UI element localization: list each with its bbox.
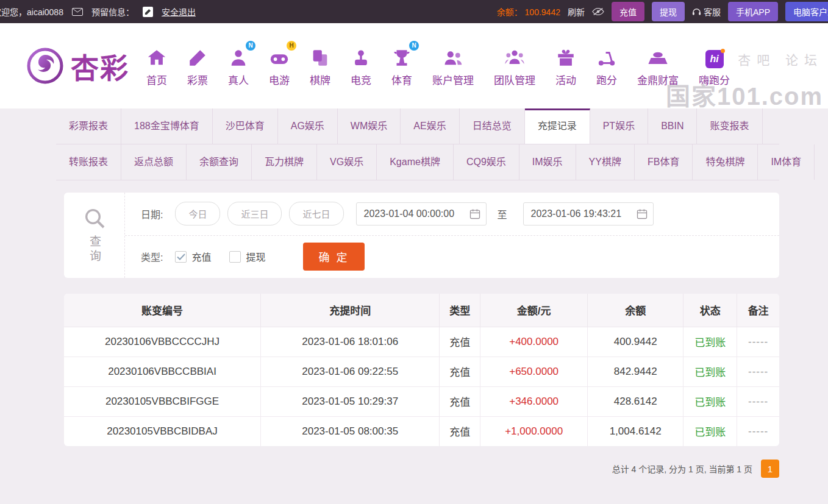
tab[interactable]: 特兔棋牌: [693, 144, 758, 180]
nav-item-paofen[interactable]: 跑分: [596, 45, 617, 87]
tab[interactable]: VG娱乐: [317, 144, 377, 180]
quick-today-button[interactable]: 今日: [175, 202, 220, 225]
col-header-remark: 备注: [737, 294, 779, 327]
cell-type: 充值: [440, 386, 480, 416]
tab[interactable]: AE娱乐: [401, 108, 459, 144]
cell-balance: 1,004.6142: [588, 416, 683, 446]
withdraw-button[interactable]: 提现: [652, 2, 685, 21]
topbar-right: 余额： 100.9442 刷新 充值 提现 客服 手机APP 电脑客户端: [497, 2, 828, 21]
tab[interactable]: CQ9娱乐: [454, 144, 519, 180]
tab[interactable]: 彩票报表: [56, 108, 121, 144]
tab[interactable]: 账变报表: [697, 108, 762, 144]
recharge-button[interactable]: 充值: [612, 2, 644, 21]
cell-id: 20230105VBBCBIDBAJ: [64, 416, 261, 446]
nav-item-cards[interactable]: 棋牌: [310, 45, 330, 87]
cell-id: 20230105VBBCBIFGGE: [64, 386, 261, 416]
headset-icon: [692, 7, 701, 16]
tab[interactable]: 188金宝博体育: [121, 108, 213, 144]
logo-icon: [26, 46, 65, 85]
refresh-link[interactable]: 刷新: [568, 5, 585, 18]
records-table-card: 账变编号 充提时间 类型 金额/元 余额 状态 备注 20230106VBBCC…: [64, 294, 779, 446]
cell-type: 充值: [440, 357, 480, 386]
mobile-app-button[interactable]: 手机APP: [728, 2, 778, 21]
nav-item-wealth[interactable]: 金鼎财富: [637, 45, 679, 87]
cell-time: 2023-01-06 09:22:55: [261, 357, 440, 386]
edit-icon[interactable]: [143, 7, 153, 17]
nav-items: 首页 彩票 N 真人 H 电游 棋牌: [146, 45, 730, 87]
nav-item-team[interactable]: 团队管理: [494, 45, 535, 87]
tab[interactable]: AG娱乐: [278, 108, 338, 144]
tab[interactable]: WM娱乐: [338, 108, 401, 144]
tab[interactable]: 余额查询: [187, 144, 252, 180]
hi-dot: [721, 49, 725, 53]
nav-item-live[interactable]: N 真人: [228, 45, 249, 87]
withdraw-checkbox-group[interactable]: 提现: [229, 249, 265, 264]
date-from-input[interactable]: 2023-01-04 00:00:00: [356, 202, 487, 225]
customer-service[interactable]: 客服: [692, 5, 721, 18]
tab-recharge-record-active[interactable]: 充提记录: [525, 108, 590, 144]
pc-client-button[interactable]: 电脑客户端: [785, 2, 828, 21]
nav-item-activity[interactable]: 活动: [555, 45, 576, 87]
tab[interactable]: IM娱乐: [519, 144, 576, 180]
tab[interactable]: IM体育: [758, 144, 815, 180]
date-filter-row: 日期: 今日 近三日 近七日 2023-01-04 00:00:00 至 202…: [125, 193, 779, 236]
page-1-button[interactable]: 1: [761, 460, 779, 478]
date-to-input[interactable]: 2023-01-06 19:43:21: [523, 202, 654, 225]
nav-item-hipaofen[interactable]: hi 嗨跑分: [699, 45, 730, 87]
cell-time: 2023-01-05 10:29:37: [261, 386, 440, 416]
balance-label: 余额：: [497, 7, 523, 17]
message-icon[interactable]: [72, 8, 83, 16]
nav-item-lottery[interactable]: 彩票: [187, 45, 208, 87]
tab[interactable]: 返点总额: [121, 144, 187, 180]
pagination-summary: 总计 4 个记录, 分为 1 页, 当前第 1 页: [612, 463, 752, 475]
nav-item-sports[interactable]: N 体育: [391, 45, 412, 87]
logout-link[interactable]: 安全退出: [162, 5, 196, 18]
cell-status: 已到账: [683, 327, 737, 357]
cell-status: 已到账: [683, 357, 737, 386]
tab[interactable]: FB体育: [635, 144, 693, 180]
tab[interactable]: YY棋牌: [576, 144, 635, 180]
egame-gamepad-icon: H: [269, 45, 290, 68]
main-navbar: 杏彩 首页 彩票 N 真人 H 电游: [0, 23, 828, 108]
quick-7days-button[interactable]: 近七日: [289, 202, 343, 225]
tab[interactable]: 转账报表: [56, 144, 121, 180]
tab[interactable]: Kgame棋牌: [377, 144, 454, 180]
tab[interactable]: PT娱乐: [590, 108, 648, 144]
recharge-checkbox-group[interactable]: 充值: [175, 249, 211, 264]
nav-item-account[interactable]: 账户管理: [432, 45, 474, 87]
tab[interactable]: 沙巴体育: [213, 108, 278, 144]
quick-3days-button[interactable]: 近三日: [227, 202, 282, 225]
customer-service-label: 客服: [704, 5, 721, 18]
esports-joystick-icon: [351, 45, 371, 68]
eye-hidden-icon[interactable]: [592, 7, 604, 16]
nav-label: 体育: [391, 72, 412, 87]
topbar-left: 欢迎您，aicai0088 预留信息： 安全退出: [0, 5, 196, 18]
cell-amount: +346.0000: [480, 386, 588, 416]
tab[interactable]: BBIN: [648, 108, 697, 144]
confirm-button[interactable]: 确 定: [303, 243, 364, 271]
nav-item-esports[interactable]: 电竞: [351, 45, 371, 87]
nav-item-home[interactable]: 首页: [146, 45, 167, 87]
nav-label: 棋牌: [310, 72, 330, 87]
nav-item-egame[interactable]: H 电游: [269, 45, 290, 87]
nav-label: 电竞: [351, 72, 371, 87]
paofen-scooter-icon: [596, 45, 617, 68]
cell-balance: 842.9442: [588, 357, 683, 386]
activity-gift-icon: [555, 45, 576, 68]
filter-panel: 查询 日期: 今日 近三日 近七日 2023-01-04 00:00:00 至 …: [64, 193, 779, 278]
badge-n: N: [409, 41, 419, 51]
recharge-checkbox-checked[interactable]: [175, 251, 187, 263]
withdraw-checkbox-unchecked[interactable]: [229, 251, 241, 263]
tab[interactable]: 瓦力棋牌: [252, 144, 317, 180]
site-logo[interactable]: 杏彩: [26, 46, 129, 86]
calendar-icon: [469, 208, 481, 220]
balance: 余额： 100.9442: [497, 5, 560, 18]
content-area: 彩票报表 188金宝博体育 沙巴体育 AG娱乐 WM娱乐 AE娱乐 日结总览 充…: [0, 108, 828, 504]
cards-icon: [310, 45, 330, 68]
table-row: 20230105VBBCBIFGGE 2023-01-05 10:29:37 充…: [64, 386, 779, 416]
calendar-icon: [636, 208, 648, 220]
col-header-balance: 余额: [588, 294, 683, 327]
table-row: 20230106VBBCCBBIAI 2023-01-06 09:22:55 充…: [64, 357, 779, 386]
tab[interactable]: 日结总览: [460, 108, 525, 144]
nav-label: 真人: [228, 72, 249, 87]
